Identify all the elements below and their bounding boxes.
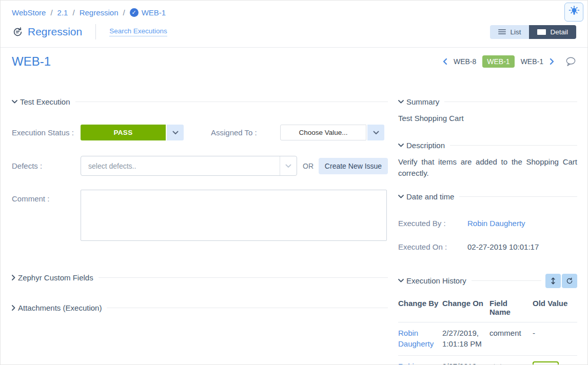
view-toggle: List Detail (490, 25, 576, 39)
right-column: Summary Test Shopping Cart Description V… (398, 97, 577, 365)
detail-view-button[interactable]: Detail (529, 25, 576, 39)
hints-button[interactable] (564, 3, 583, 22)
executed-by-link[interactable]: Robin Daugherty (467, 219, 525, 228)
check-circle-icon: ✓ (130, 8, 139, 17)
section-title: Attachments (Execution) (18, 303, 102, 312)
cycle-title: Regression (28, 26, 82, 38)
chevron-down-icon (398, 279, 404, 282)
breadcrumb: WebStore / 2.1 / Regression / ✓ WEB-1 (1, 1, 587, 17)
chevron-down-icon (398, 144, 404, 147)
section-description[interactable]: Description (398, 141, 577, 150)
history-actions (545, 274, 577, 288)
section-execution-history[interactable]: Execution History (398, 274, 577, 288)
old-value-cell: PASS (533, 361, 574, 365)
executed-by-row: Executed By : Robin Daugherty (398, 219, 577, 228)
comments-button[interactable] (565, 56, 576, 67)
section-title: Test Execution (20, 97, 70, 106)
chevron-right-icon (12, 275, 15, 280)
execution-title-row: WEB-1 WEB-8 WEB-1 WEB-1 (1, 48, 587, 69)
breadcrumb-separator: / (123, 8, 125, 17)
breadcrumb-project[interactable]: WebStore (12, 8, 46, 17)
section-title: Execution History (406, 276, 466, 285)
cycle-refresh-icon (12, 26, 24, 38)
column-header: Change On (442, 299, 489, 316)
list-view-label: List (510, 28, 521, 36)
prev-execution-button[interactable] (442, 58, 447, 65)
section-line (75, 102, 388, 102)
section-title: Zephyr Custom Fields (18, 273, 93, 282)
column-header: Change By (398, 299, 442, 316)
executed-on-label: Executed On : (398, 242, 467, 251)
execution-title: WEB-1 (12, 54, 51, 69)
description-text: Verify that items are added to the Shopp… (398, 156, 577, 179)
pager-item-prev[interactable]: WEB-8 (454, 57, 476, 66)
status-row: Execution Status : PASS Assigned To : Ch… (12, 125, 388, 140)
executed-on-row: Executed On : 02-27-2019 10:01:17 (398, 242, 577, 251)
comment-label: Comment : (12, 190, 81, 203)
breadcrumb-cycle[interactable]: Regression (80, 8, 119, 17)
search-executions-link[interactable]: Search Executions (109, 27, 167, 36)
or-label: OR (303, 162, 314, 170)
list-view-button[interactable]: List (490, 25, 529, 39)
old-value-cell: - (533, 328, 574, 350)
assigned-to-dropdown[interactable] (367, 125, 384, 140)
breadcrumb-separator: / (50, 8, 52, 17)
assigned-to-button[interactable]: Choose Value... (280, 125, 366, 140)
next-execution-button[interactable] (550, 58, 555, 65)
change-on-cell: 2/27/2019, 1:01:18 PM (442, 328, 489, 350)
vertical-divider (95, 24, 96, 39)
execution-pager: WEB-8 WEB-1 WEB-1 (442, 55, 576, 68)
sort-button[interactable] (545, 274, 561, 288)
breadcrumb-separator: / (72, 8, 74, 17)
history-table: Change By Change On Field Name Old Value… (398, 295, 577, 365)
change-by-link[interactable]: Robin Daugherty (398, 361, 442, 365)
comment-textarea[interactable] (81, 190, 387, 241)
defects-caret-icon[interactable] (280, 156, 297, 175)
section-title: Summary (406, 97, 439, 106)
list-icon (498, 29, 506, 34)
defects-row: Defects : select defects.. OR Create New… (12, 156, 388, 176)
defects-select[interactable]: select defects.. (81, 156, 297, 176)
section-line (450, 145, 577, 146)
section-title: Date and time (406, 192, 454, 201)
breadcrumb-execution[interactable]: ✓ WEB-1 (130, 8, 166, 17)
section-custom-fields[interactable]: Zephyr Custom Fields (12, 273, 388, 282)
change-by-link[interactable]: Robin Daugherty (398, 328, 442, 350)
pager-item-current[interactable]: WEB-1 (482, 55, 514, 68)
chevron-down-icon (398, 100, 404, 104)
chevron-down-icon (12, 100, 17, 104)
section-title: Description (406, 141, 445, 150)
section-date-time[interactable]: Date and time (398, 192, 577, 201)
field-name-cell: status (489, 361, 533, 365)
defects-placeholder: select defects.. (88, 162, 136, 170)
section-summary[interactable]: Summary (398, 97, 577, 106)
section-test-execution[interactable]: Test Execution (12, 97, 388, 106)
execution-detail-page: WebStore / 2.1 / Regression / ✓ WEB-1 (0, 0, 588, 365)
chevron-down-icon (398, 195, 404, 198)
section-line (459, 196, 577, 197)
defects-label: Defects : (12, 161, 81, 170)
summary-text: Test Shopping Cart (398, 114, 577, 123)
execution-status-button[interactable]: PASS (81, 125, 166, 140)
execution-status-dropdown[interactable] (167, 125, 184, 140)
breadcrumb-version[interactable]: 2.1 (57, 8, 68, 17)
pager-item-next[interactable]: WEB-1 (521, 57, 543, 66)
section-line (99, 277, 388, 278)
status-badge: PASS (533, 361, 559, 365)
comment-row: Comment : (12, 190, 388, 241)
executed-on-value: 02-27-2019 10:01:17 (467, 242, 539, 251)
assigned-to-label: Assigned To : (211, 128, 280, 137)
refresh-button[interactable] (562, 274, 577, 288)
detail-view-label: Detail (550, 28, 568, 36)
table-row: Robin Daugherty 2/27/2019, 1:01:17 PM st… (398, 356, 577, 365)
left-column: Test Execution Execution Status : PASS A… (12, 97, 388, 365)
create-new-issue-button[interactable]: Create New Issue (319, 158, 388, 174)
section-line (444, 102, 577, 102)
section-attachments[interactable]: Attachments (Execution) (12, 303, 388, 312)
execution-status-label: Execution Status : (12, 128, 81, 137)
section-line (472, 280, 541, 281)
history-table-header: Change By Change On Field Name Old Value (398, 295, 577, 322)
breadcrumb-execution-label: WEB-1 (142, 8, 166, 17)
chevron-right-icon (12, 305, 15, 311)
cycle-header: Regression Search Executions List Detail (1, 24, 587, 39)
